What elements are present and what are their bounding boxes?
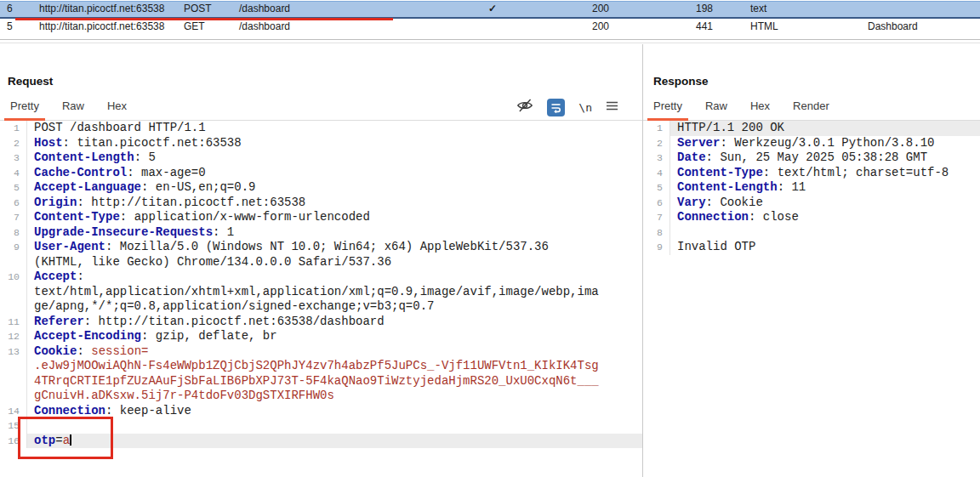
response-tab-pretty[interactable]: Pretty (647, 94, 688, 121)
editor-line[interactable]: 9User-Agent: Mozilla/5.0 (Windows NT 10.… (0, 240, 642, 255)
line-number: 7 (643, 210, 669, 225)
history-row[interactable]: 5http://titan.picoctf.net:63538GET/dashb… (0, 19, 980, 35)
line-content: text/html,application/xhtml+xml,applicat… (26, 285, 642, 300)
table-panel-divider (0, 39, 980, 43)
request-panel-title: Request (8, 75, 53, 88)
editor-line[interactable]: 7Content-Type: application/x-www-form-ur… (0, 210, 642, 225)
editor-line[interactable]: 4Cache-Control: max-age=0 (0, 166, 642, 181)
editor-line[interactable]: text/html,application/xhtml+xml,applicat… (0, 285, 642, 300)
line-number: 3 (0, 150, 26, 166)
cell-length: 198 (696, 2, 713, 16)
line-number: 5 (0, 180, 26, 196)
editor-line[interactable]: 3Content-Length: 5 (0, 150, 642, 166)
line-number (0, 359, 26, 374)
line-number (0, 255, 26, 270)
line-content: Date: Sun, 25 May 2025 05:38:28 GMT (669, 150, 980, 166)
line-number: 9 (0, 240, 26, 255)
editor-line[interactable]: 10Accept: (0, 270, 642, 285)
line-number: 12 (0, 329, 26, 344)
response-panel-title: Response (653, 75, 709, 88)
cell-status: 200 (592, 2, 609, 16)
line-number (0, 285, 26, 300)
line-number: 5 (643, 180, 669, 196)
editor-line[interactable]: 2Host: titan.picoctf.net:63538 (0, 136, 642, 151)
editor-line[interactable]: 4TRrqCRTIE1pfZUzAAuFjSbFaLIB6PbXPJ73T-5F… (0, 374, 642, 389)
response-editor[interactable]: 1HTTP/1.1 200 OK2Server: Werkzeug/3.0.1 … (643, 121, 980, 477)
line-content: Host: titan.picoctf.net:63538 (26, 136, 642, 151)
line-number: 1 (643, 121, 669, 136)
newline-icon[interactable]: \n (578, 101, 592, 114)
editor-line[interactable]: 5Content-Length: 11 (643, 180, 980, 196)
line-content: Cookie: session= (26, 344, 642, 360)
line-content: Accept-Language: en-US,en;q=0.9 (26, 180, 642, 196)
cell-length: 441 (696, 19, 713, 34)
hide-nonprintable-icon[interactable] (516, 98, 533, 116)
line-number: 6 (0, 196, 26, 211)
line-number: 3 (643, 150, 669, 166)
editor-line[interactable]: 9Invalid OTP (643, 240, 980, 255)
editor-line[interactable]: 12Accept-Encoding: gzip, deflate, br (0, 329, 642, 344)
request-tab-hex[interactable]: Hex (101, 94, 133, 121)
response-tab-render[interactable]: Render (787, 94, 835, 121)
editor-line[interactable]: 1HTTP/1.1 200 OK (643, 121, 980, 136)
line-number: 4 (0, 166, 26, 181)
editor-line[interactable]: 4Content-Type: text/html; charset=utf-8 (643, 166, 980, 181)
editor-line[interactable]: 8 (643, 225, 980, 241)
request-tab-pretty[interactable]: Pretty (4, 94, 45, 121)
editor-line[interactable]: 1POST /dashboard HTTP/1.1 (0, 121, 642, 136)
cell-id: 5 (7, 19, 13, 34)
line-number (0, 374, 26, 389)
line-number: 2 (0, 136, 26, 151)
editor-line[interactable]: .eJw9jMOOwiAQhN-Fs4eWWpb1ZQjCbjS2QPhJY4z… (0, 359, 642, 374)
line-number: 7 (0, 210, 26, 225)
line-content: Server: Werkzeug/3.0.1 Python/3.8.10 (669, 136, 980, 151)
line-number: 9 (643, 240, 669, 255)
soft-wrap-icon[interactable] (547, 99, 565, 116)
history-table: 6http://titan.picoctf.net:63538POST/dash… (0, 1, 980, 35)
history-row[interactable]: 6http://titan.picoctf.net:63538POST/dash… (0, 1, 980, 19)
menu-icon[interactable] (606, 99, 618, 115)
line-content: Content-Length: 5 (26, 150, 642, 166)
editor-line[interactable]: 6Origin: http://titan.picoctf.net:63538 (0, 196, 642, 211)
editor-line[interactable]: 7Connection: close (643, 210, 980, 225)
line-content: Connection: close (669, 210, 980, 225)
editor-line[interactable]: 2Server: Werkzeug/3.0.1 Python/3.8.10 (643, 136, 980, 151)
editor-line[interactable]: 8Upgrade-Insecure-Requests: 1 (0, 225, 642, 241)
editor-line[interactable]: 11Referer: http://titan.picoctf.net:6353… (0, 315, 642, 330)
line-content: .eJw9jMOOwiAQhN-Fs4eWWpb1ZQjCbjS2QPhJY4z… (26, 359, 642, 374)
line-number: 10 (0, 270, 26, 285)
line-content: Accept: (26, 270, 642, 285)
cell-url: /dashboard (239, 2, 290, 16)
editor-line[interactable]: gCnuivH.aDKsxw.5ij7r-P4tdoFv03DgSTXIRFHW… (0, 389, 642, 404)
line-content: Vary: Cookie (669, 196, 980, 211)
response-tab-raw[interactable]: Raw (699, 94, 733, 121)
editor-line[interactable]: (KHTML, like Gecko) Chrome/134.0.0.0 Saf… (0, 255, 642, 270)
editor-line[interactable]: 6Vary: Cookie (643, 196, 980, 211)
cell-edited: ✓ (488, 2, 497, 16)
editor-line[interactable]: 5Accept-Language: en-US,en;q=0.9 (0, 180, 642, 196)
editor-line[interactable]: ge/apng,*/*;q=0.8,application/signed-exc… (0, 299, 642, 315)
line-content: User-Agent: Mozilla/5.0 (Windows NT 10.0… (26, 240, 642, 255)
response-tabbar: PrettyRawHexRender (643, 93, 980, 121)
burp-http-history-view: 6http://titan.picoctf.net:63538POST/dash… (0, 0, 980, 477)
line-number (0, 299, 26, 315)
response-tab-hex[interactable]: Hex (744, 94, 776, 121)
request-toolbar: \n (516, 97, 618, 117)
line-content: Referer: http://titan.picoctf.net:63538/… (26, 315, 642, 330)
line-content: Content-Type: application/x-www-form-url… (26, 210, 642, 225)
cell-method: POST (184, 2, 212, 16)
line-number: 11 (0, 315, 26, 330)
line-content: Upgrade-Insecure-Requests: 1 (26, 225, 642, 241)
line-number: 4 (643, 166, 669, 181)
cell-id: 6 (7, 2, 13, 16)
line-content (26, 418, 642, 434)
request-tab-raw[interactable]: Raw (56, 94, 90, 121)
line-content: POST /dashboard HTTP/1.1 (26, 121, 642, 136)
cell-mime: HTML (750, 19, 778, 34)
request-panel: Request PrettyRawHex \n (0, 44, 642, 477)
line-number: 8 (643, 225, 669, 241)
editor-line[interactable]: 13Cookie: session= (0, 344, 642, 360)
editor-line[interactable]: 3Date: Sun, 25 May 2025 05:38:28 GMT (643, 150, 980, 166)
cell-host: http://titan.picoctf.net:63538 (39, 19, 164, 34)
line-number: 1 (0, 121, 26, 136)
